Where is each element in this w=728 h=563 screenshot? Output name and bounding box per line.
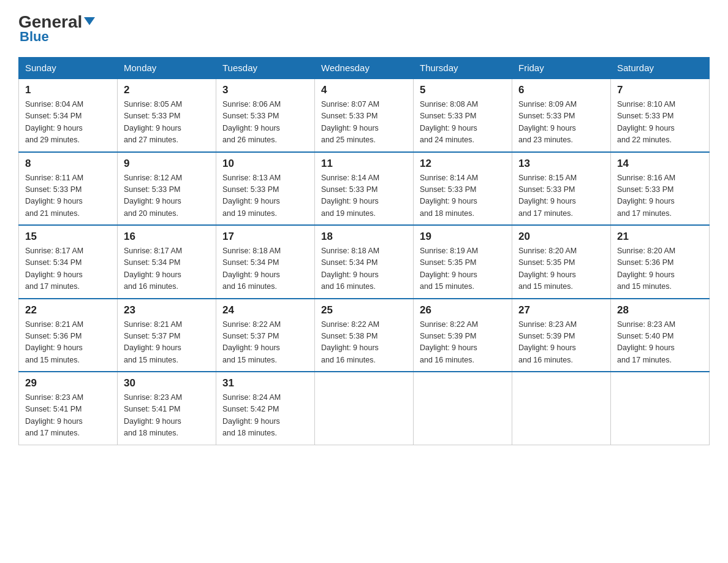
day-number: 12 [420, 158, 506, 170]
day-info: Sunrise: 8:06 AMSunset: 5:33 PMDaylight:… [222, 100, 281, 144]
day-number: 8 [25, 158, 111, 170]
calendar-day-cell: 23 Sunrise: 8:21 AMSunset: 5:37 PMDaylig… [118, 299, 216, 372]
day-info: Sunrise: 8:23 AMSunset: 5:41 PMDaylight:… [124, 393, 182, 437]
day-info: Sunrise: 8:21 AMSunset: 5:37 PMDaylight:… [124, 320, 182, 364]
calendar-day-cell [315, 372, 414, 445]
day-info: Sunrise: 8:04 AMSunset: 5:34 PMDaylight:… [25, 100, 83, 144]
calendar-day-cell: 5 Sunrise: 8:08 AMSunset: 5:33 PMDayligh… [414, 79, 512, 152]
calendar-day-cell: 15 Sunrise: 8:17 AMSunset: 5:34 PMDaylig… [19, 225, 118, 299]
calendar-day-cell: 31 Sunrise: 8:24 AMSunset: 5:42 PMDaylig… [216, 372, 315, 445]
day-number: 1 [25, 84, 111, 96]
page-header: General Blue [18, 12, 710, 45]
day-info: Sunrise: 8:15 AMSunset: 5:33 PMDaylight:… [518, 174, 577, 218]
day-number: 19 [420, 231, 506, 243]
calendar-week-row: 22 Sunrise: 8:21 AMSunset: 5:36 PMDaylig… [19, 299, 710, 372]
logo: General Blue [18, 12, 95, 45]
calendar-header-row: SundayMondayTuesdayWednesdayThursdayFrid… [19, 58, 710, 79]
day-number: 11 [321, 158, 407, 170]
day-number: 29 [25, 377, 111, 389]
calendar-day-cell: 16 Sunrise: 8:17 AMSunset: 5:34 PMDaylig… [118, 225, 216, 299]
calendar-day-cell: 2 Sunrise: 8:05 AMSunset: 5:33 PMDayligh… [118, 79, 216, 152]
day-info: Sunrise: 8:17 AMSunset: 5:34 PMDaylight:… [124, 247, 182, 291]
day-number: 13 [518, 158, 604, 170]
calendar-day-cell: 20 Sunrise: 8:20 AMSunset: 5:35 PMDaylig… [512, 225, 611, 299]
day-info: Sunrise: 8:11 AMSunset: 5:33 PMDaylight:… [25, 174, 83, 218]
calendar-day-cell: 7 Sunrise: 8:10 AMSunset: 5:33 PMDayligh… [611, 79, 710, 152]
day-of-week-header: Sunday [19, 58, 118, 79]
day-number: 6 [518, 84, 604, 96]
day-info: Sunrise: 8:08 AMSunset: 5:33 PMDaylight:… [420, 100, 478, 144]
day-number: 16 [124, 231, 210, 243]
day-number: 24 [222, 304, 308, 316]
day-info: Sunrise: 8:10 AMSunset: 5:33 PMDaylight:… [617, 100, 675, 144]
calendar-day-cell: 14 Sunrise: 8:16 AMSunset: 5:33 PMDaylig… [611, 152, 710, 226]
day-info: Sunrise: 8:14 AMSunset: 5:33 PMDaylight:… [321, 174, 379, 218]
day-number: 23 [124, 304, 210, 316]
calendar-week-row: 1 Sunrise: 8:04 AMSunset: 5:34 PMDayligh… [19, 79, 710, 152]
calendar-day-cell: 24 Sunrise: 8:22 AMSunset: 5:37 PMDaylig… [216, 299, 315, 372]
calendar-day-cell: 29 Sunrise: 8:23 AMSunset: 5:41 PMDaylig… [19, 372, 118, 445]
day-info: Sunrise: 8:24 AMSunset: 5:42 PMDaylight:… [222, 393, 281, 437]
day-number: 15 [25, 231, 111, 243]
calendar-table: SundayMondayTuesdayWednesdayThursdayFrid… [18, 57, 710, 445]
day-number: 22 [25, 304, 111, 316]
day-number: 26 [420, 304, 506, 316]
day-info: Sunrise: 8:05 AMSunset: 5:33 PMDaylight:… [124, 100, 182, 144]
day-info: Sunrise: 8:07 AMSunset: 5:33 PMDaylight:… [321, 100, 379, 144]
day-number: 17 [222, 231, 308, 243]
day-info: Sunrise: 8:22 AMSunset: 5:38 PMDaylight:… [321, 320, 379, 364]
calendar-day-cell: 26 Sunrise: 8:22 AMSunset: 5:39 PMDaylig… [414, 299, 512, 372]
day-number: 20 [518, 231, 604, 243]
day-info: Sunrise: 8:20 AMSunset: 5:35 PMDaylight:… [518, 247, 577, 291]
calendar-day-cell: 19 Sunrise: 8:19 AMSunset: 5:35 PMDaylig… [414, 225, 512, 299]
day-number: 7 [617, 84, 703, 96]
day-info: Sunrise: 8:13 AMSunset: 5:33 PMDaylight:… [222, 174, 281, 218]
calendar-day-cell: 4 Sunrise: 8:07 AMSunset: 5:33 PMDayligh… [315, 79, 414, 152]
calendar-day-cell: 11 Sunrise: 8:14 AMSunset: 5:33 PMDaylig… [315, 152, 414, 226]
day-number: 28 [617, 304, 703, 316]
calendar-day-cell: 22 Sunrise: 8:21 AMSunset: 5:36 PMDaylig… [19, 299, 118, 372]
day-number: 31 [222, 377, 308, 389]
day-info: Sunrise: 8:22 AMSunset: 5:39 PMDaylight:… [420, 320, 478, 364]
calendar-day-cell: 13 Sunrise: 8:15 AMSunset: 5:33 PMDaylig… [512, 152, 611, 226]
day-number: 21 [617, 231, 703, 243]
day-of-week-header: Thursday [414, 58, 512, 79]
day-of-week-header: Wednesday [315, 58, 414, 79]
day-number: 25 [321, 304, 407, 316]
day-number: 9 [124, 158, 210, 170]
day-info: Sunrise: 8:18 AMSunset: 5:34 PMDaylight:… [321, 247, 379, 291]
calendar-day-cell: 30 Sunrise: 8:23 AMSunset: 5:41 PMDaylig… [118, 372, 216, 445]
calendar-day-cell: 1 Sunrise: 8:04 AMSunset: 5:34 PMDayligh… [19, 79, 118, 152]
day-number: 18 [321, 231, 407, 243]
day-info: Sunrise: 8:22 AMSunset: 5:37 PMDaylight:… [222, 320, 281, 364]
day-number: 14 [617, 158, 703, 170]
day-number: 10 [222, 158, 308, 170]
day-number: 2 [124, 84, 210, 96]
calendar-day-cell: 8 Sunrise: 8:11 AMSunset: 5:33 PMDayligh… [19, 152, 118, 226]
day-info: Sunrise: 8:16 AMSunset: 5:33 PMDaylight:… [617, 174, 675, 218]
calendar-week-row: 8 Sunrise: 8:11 AMSunset: 5:33 PMDayligh… [19, 152, 710, 226]
day-of-week-header: Monday [118, 58, 216, 79]
day-info: Sunrise: 8:23 AMSunset: 5:40 PMDaylight:… [617, 320, 675, 364]
day-number: 27 [518, 304, 604, 316]
day-info: Sunrise: 8:12 AMSunset: 5:33 PMDaylight:… [124, 174, 182, 218]
calendar-day-cell: 12 Sunrise: 8:14 AMSunset: 5:33 PMDaylig… [414, 152, 512, 226]
day-info: Sunrise: 8:09 AMSunset: 5:33 PMDaylight:… [518, 100, 577, 144]
day-number: 4 [321, 84, 407, 96]
calendar-day-cell: 9 Sunrise: 8:12 AMSunset: 5:33 PMDayligh… [118, 152, 216, 226]
day-of-week-header: Friday [512, 58, 611, 79]
day-of-week-header: Saturday [611, 58, 710, 79]
calendar-day-cell [414, 372, 512, 445]
day-info: Sunrise: 8:17 AMSunset: 5:34 PMDaylight:… [25, 247, 83, 291]
day-info: Sunrise: 8:23 AMSunset: 5:39 PMDaylight:… [518, 320, 577, 364]
calendar-day-cell: 6 Sunrise: 8:09 AMSunset: 5:33 PMDayligh… [512, 79, 611, 152]
calendar-day-cell: 25 Sunrise: 8:22 AMSunset: 5:38 PMDaylig… [315, 299, 414, 372]
day-info: Sunrise: 8:20 AMSunset: 5:36 PMDaylight:… [617, 247, 675, 291]
calendar-day-cell: 21 Sunrise: 8:20 AMSunset: 5:36 PMDaylig… [611, 225, 710, 299]
logo-triangle-icon [84, 17, 95, 25]
calendar-day-cell: 3 Sunrise: 8:06 AMSunset: 5:33 PMDayligh… [216, 79, 315, 152]
day-info: Sunrise: 8:14 AMSunset: 5:33 PMDaylight:… [420, 174, 478, 218]
calendar-day-cell [512, 372, 611, 445]
day-info: Sunrise: 8:21 AMSunset: 5:36 PMDaylight:… [25, 320, 83, 364]
day-info: Sunrise: 8:18 AMSunset: 5:34 PMDaylight:… [222, 247, 281, 291]
